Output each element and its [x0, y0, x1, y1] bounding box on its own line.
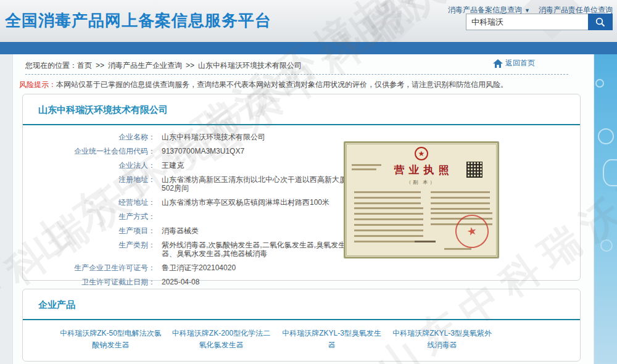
- home-icon: [493, 59, 503, 68]
- main-panel: 您现在的位置：首页>>消毒产品生产企业查询>>山东中科瑞沃环境技术有限公司 返回…: [12, 54, 594, 364]
- site-banner: 全国消毒产品网上备案信息服务平台 消毒产品备案信息查询▼消毒产品责任单位查询: [0, 0, 617, 42]
- field-row: 生产方式：: [23, 212, 356, 221]
- company-fields: 企业名称：山东中科瑞沃环境技术有限公司 企业统一社会信用代码：91370700M…: [23, 133, 356, 292]
- field-row: 经营地址：山东省潍坊市寒亭区双杨店镇阔淋埠出村路西100米: [23, 198, 356, 207]
- breadcrumb-separator: >>: [96, 61, 104, 70]
- page: 全国消毒产品网上备案信息服务平台 消毒产品备案信息查询▼消毒产品责任单位查询: [0, 0, 617, 364]
- risk-notice: 风险提示：本网站仅基于已掌握的信息提供查询服务，查询结果不代表本网站对被查询对象…: [19, 80, 508, 90]
- field-value: 山东省潍坊市寒亭区双杨店镇阔淋埠出村路西100米: [162, 198, 329, 207]
- license-text-block: [354, 191, 421, 204]
- molecule-decoration: [595, 79, 604, 88]
- breadcrumb-category-link[interactable]: 消毒产品生产企业查询: [108, 61, 182, 70]
- product-link[interactable]: 中科瑞沃牌ZK-50型电解法次氯酸钠发生器: [60, 328, 162, 351]
- nav-unit-query-link[interactable]: 消毒产品责任单位查询: [539, 6, 613, 14]
- breadcrumb-home-link[interactable]: 首页: [77, 61, 92, 70]
- license-subtitle: （副 本）: [346, 179, 497, 186]
- product-link[interactable]: 中科瑞沃牌ZKYL-3型臭氧发生器: [281, 328, 383, 351]
- product-link[interactable]: 中科瑞沃牌ZK-200型化学法二氧化氯发生器: [170, 328, 272, 351]
- site-title: 全国消毒产品网上备案信息服务平台: [5, 10, 271, 31]
- background-decoration: [594, 54, 617, 364]
- field-row: 注册地址：山东省潍坊高新区玉清东街以北中心次干道以西高新大厦502房间: [23, 175, 356, 192]
- license-text-line: [444, 248, 471, 250]
- license-text-line: [415, 241, 436, 242]
- field-label: 生产方式：: [23, 212, 155, 221]
- field-label: 企业法人：: [23, 161, 155, 170]
- field-label: 生产项目：: [23, 226, 155, 235]
- license-text-line: [352, 164, 381, 166]
- field-label: 生产类别：: [23, 241, 155, 258]
- product-list: 中科瑞沃牌ZK-50型电解法次氯酸钠发生器 中科瑞沃牌ZK-200型化学法二氧化…: [60, 328, 493, 351]
- field-row: 企业名称：山东中科瑞沃环境技术有限公司: [23, 133, 356, 141]
- divider: [23, 124, 580, 125]
- header-strip: [0, 42, 617, 54]
- field-label: 企业名称：: [23, 133, 155, 141]
- field-row: 企业法人：王建克: [23, 161, 356, 170]
- search-button[interactable]: [588, 14, 613, 30]
- molecule-decoration: [600, 239, 613, 252]
- breadcrumb-prefix: 您现在的位置：: [25, 61, 77, 70]
- field-row: 生产类别：紫外线消毒器,次氯酸钠发生器,二氧化氯发生器,臭氧发生器、臭氧水发生器…: [23, 241, 356, 258]
- license-text-block: [431, 191, 490, 210]
- field-value: 消毒器械类: [162, 226, 199, 235]
- company-title: 山东中科瑞沃环境技术有限公司: [38, 104, 168, 116]
- return-home-link[interactable]: 返回首页: [493, 58, 535, 68]
- products-title: 企业产品: [38, 299, 75, 311]
- business-license-image: ★ 营业执照 （副 本） ★: [344, 141, 499, 259]
- license-text-line: [352, 168, 376, 170]
- products-card: 企业产品 中科瑞沃牌ZK-50型电解法次氯酸钠发生器 中科瑞沃牌ZK-200型化…: [22, 289, 581, 362]
- field-row: 生产企业卫生许可证号：鲁卫消证字202104020: [23, 263, 356, 272]
- field-value: 山东省潍坊高新区玉清东街以北中心次干道以西高新大厦502房间: [162, 175, 356, 192]
- qr-code: [466, 162, 482, 178]
- breadcrumb: 您现在的位置：首页>>消毒产品生产企业查询>>山东中科瑞沃环境技术有限公司: [25, 60, 302, 71]
- field-row: 卫生许可证截止日期：2025-04-08: [23, 278, 356, 286]
- divider: [23, 319, 580, 320]
- molecule-decoration: [603, 159, 617, 186]
- national-emblem-icon: ★: [415, 147, 428, 160]
- license-text-block: [354, 207, 423, 243]
- search-bar: [466, 14, 613, 30]
- search-icon: [595, 17, 606, 28]
- risk-notice-text: 本网站仅基于已掌握的信息提供查询服务，查询结果不代表本网站对被查询对象信用状况的…: [56, 80, 508, 89]
- field-value: 王建克: [162, 161, 184, 170]
- field-value: 2025-04-08: [162, 278, 199, 286]
- field-label: 注册地址：: [23, 175, 155, 192]
- divider: [25, 74, 568, 75]
- nav-filing-query-link[interactable]: 消毒产品备案信息查询: [448, 6, 522, 14]
- breadcrumb-current: 山东中科瑞沃环境技术有限公司: [198, 61, 302, 70]
- return-home-label: 返回首页: [505, 58, 535, 68]
- field-label: 企业统一社会信用代码：: [23, 147, 155, 155]
- product-link[interactable]: 中科瑞沃牌ZKYL-3型臭氧紫外线消毒器: [391, 328, 493, 351]
- field-row: 生产项目：消毒器械类: [23, 226, 356, 235]
- field-label: 经营地址：: [23, 198, 155, 207]
- field-label: 生产企业卫生许可证号：: [23, 263, 155, 272]
- molecule-decoration: [598, 128, 614, 144]
- field-value: 鲁卫消证字202104020: [162, 263, 236, 272]
- field-label: 卫生许可证截止日期：: [23, 278, 155, 286]
- company-info-card: 山东中科瑞沃环境技术有限公司 企业名称：山东中科瑞沃环境技术有限公司 企业统一社…: [22, 94, 581, 281]
- field-value: 山东中科瑞沃环境技术有限公司: [162, 133, 265, 141]
- field-value: 91370700MA3M3U1QX7: [162, 147, 244, 155]
- risk-notice-label: 风险提示：: [19, 80, 56, 89]
- search-input[interactable]: [466, 14, 588, 30]
- field-row: 企业统一社会信用代码：91370700MA3M3U1QX7: [23, 147, 356, 155]
- field-value: 紫外线消毒器,次氯酸钠发生器,二氧化氯发生器,臭氧发生器、臭氧水发生器,其他器械…: [162, 241, 356, 258]
- breadcrumb-separator: >>: [186, 61, 194, 70]
- chevron-down-icon[interactable]: ▼: [524, 7, 530, 14]
